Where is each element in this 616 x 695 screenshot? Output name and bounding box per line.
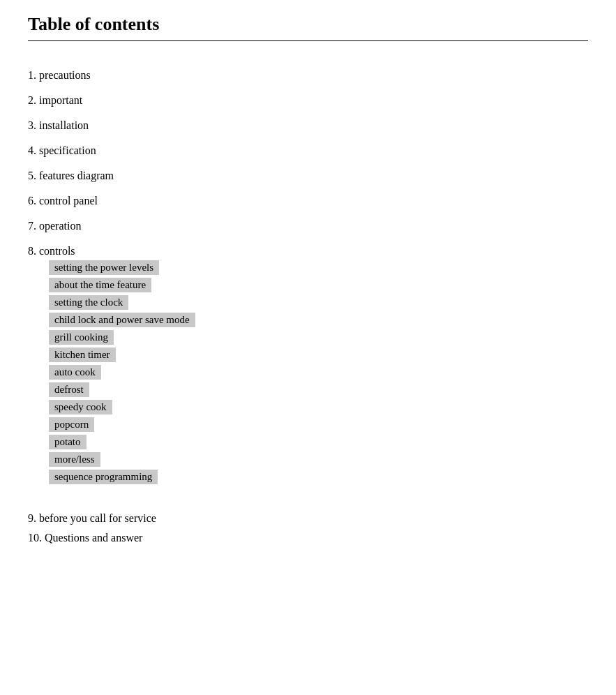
list-item[interactable]: defrost xyxy=(28,382,588,397)
list-item[interactable]: 1. precautions xyxy=(28,69,588,82)
list-item[interactable]: about the time feature xyxy=(28,278,588,292)
divider xyxy=(28,40,588,41)
list-item[interactable]: 4. specification xyxy=(28,144,588,157)
sub-list: setting the power levels about the time … xyxy=(28,260,588,484)
list-item[interactable]: more/less xyxy=(28,452,588,467)
list-item[interactable]: 9. before you call for service xyxy=(28,512,588,525)
toc-list: 1. precautions 2. important 3. installat… xyxy=(28,69,588,484)
page-title: Table of contents xyxy=(28,14,588,35)
list-item[interactable]: grill cooking xyxy=(28,330,588,345)
list-item[interactable]: setting the power levels xyxy=(28,260,588,275)
bottom-list: 9. before you call for service 10. Quest… xyxy=(28,512,588,544)
list-item[interactable]: 3. installation xyxy=(28,119,588,132)
list-item[interactable]: child lock and power save mode xyxy=(28,313,588,327)
list-item[interactable]: 10. Questions and answer xyxy=(28,532,588,544)
list-item[interactable]: auto cook xyxy=(28,365,588,380)
list-item[interactable]: potato xyxy=(28,435,588,449)
list-item[interactable]: 7. operation xyxy=(28,220,588,232)
list-item[interactable]: 8. controls setting the power levels abo… xyxy=(28,245,588,484)
list-item[interactable]: sequence programming xyxy=(28,470,588,484)
list-item[interactable]: popcorn xyxy=(28,417,588,432)
list-item[interactable]: kitchen timer xyxy=(28,348,588,362)
list-item[interactable]: speedy cook xyxy=(28,400,588,414)
list-item[interactable]: 5. features diagram xyxy=(28,170,588,182)
list-item[interactable]: setting the clock xyxy=(28,295,588,310)
list-item[interactable]: 6. control panel xyxy=(28,195,588,207)
list-item[interactable]: 2. important xyxy=(28,94,588,107)
